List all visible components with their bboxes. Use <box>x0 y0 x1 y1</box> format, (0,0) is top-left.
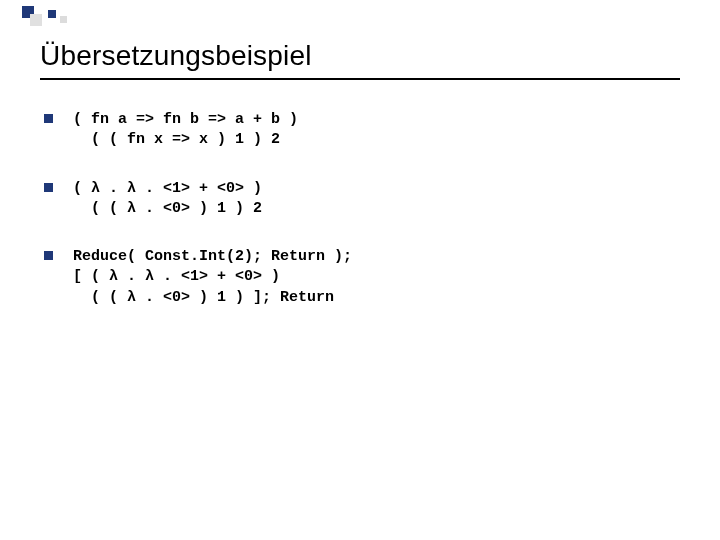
code-block: ( fn a => fn b => a + b ) ( ( fn x => x … <box>73 110 298 151</box>
slide-decoration <box>0 0 720 12</box>
title-rule <box>40 78 680 80</box>
list-item: ( fn a => fn b => a + b ) ( ( fn x => x … <box>44 110 680 151</box>
list-item: Reduce( Const.Int(2); Return ); [ ( λ . … <box>44 247 680 308</box>
slide-body: Übersetzungsbeispiel ( fn a => fn b => a… <box>0 0 720 308</box>
list-item: ( λ . λ . <1> + <0> ) ( ( λ . <0> ) 1 ) … <box>44 179 680 220</box>
bullet-icon <box>44 251 53 260</box>
slide-title: Übersetzungsbeispiel <box>40 40 680 72</box>
code-block: Reduce( Const.Int(2); Return ); [ ( λ . … <box>73 247 352 308</box>
bullet-icon <box>44 114 53 123</box>
decor-square <box>30 14 42 26</box>
bullet-icon <box>44 183 53 192</box>
bullet-list: ( fn a => fn b => a + b ) ( ( fn x => x … <box>40 110 680 308</box>
decor-square <box>48 10 56 18</box>
code-block: ( λ . λ . <1> + <0> ) ( ( λ . <0> ) 1 ) … <box>73 179 262 220</box>
decor-square <box>60 16 67 23</box>
